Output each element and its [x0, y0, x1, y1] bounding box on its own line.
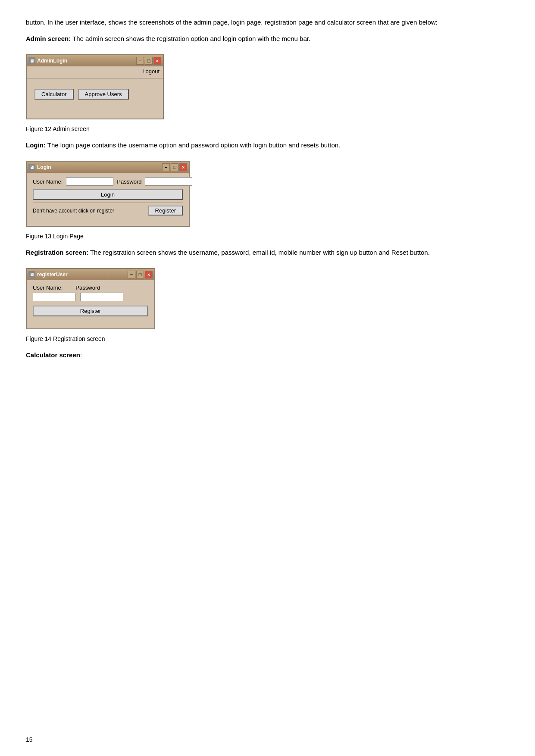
admin-label-bold: Admin screen: — [26, 35, 71, 42]
admin-spacer — [33, 100, 157, 112]
password-input[interactable] — [145, 177, 192, 186]
login-title-bar: 🖥 Login − □ × — [27, 162, 189, 173]
approve-users-button[interactable]: Approve Users — [78, 89, 129, 100]
admin-window: 🖥 AdminLogin − □ × Logout Calculator App… — [26, 54, 164, 119]
logout-menu-item[interactable]: Logout — [142, 68, 160, 75]
login-label-bold: Login: — [26, 141, 46, 149]
no-account-text: Don't have account click on register — [33, 208, 114, 214]
admin-body: Calculator Approve Users — [27, 81, 163, 119]
admin-label-rest: The admin screen shows the registration … — [71, 35, 310, 42]
login-restore-btn[interactable]: □ — [171, 163, 178, 171]
intro-text: button. In the user interface, shows the… — [26, 19, 438, 26]
login-label-rest: The login page contains the username opt… — [46, 141, 341, 149]
admin-win-controls: − □ × — [136, 57, 161, 65]
admin-buttons-row: Calculator Approve Users — [33, 89, 157, 100]
login-description: Login: The login page contains the usern… — [26, 140, 509, 150]
admin-restore-btn[interactable]: □ — [145, 57, 153, 65]
reg-register-button[interactable]: Register — [33, 306, 148, 316]
admin-divider — [27, 78, 163, 78]
register-button[interactable]: Register — [148, 206, 183, 216]
calculator-button[interactable]: Calculator — [34, 89, 74, 100]
reg-label-bold: Registration screen: — [26, 249, 88, 256]
reg-restore-btn[interactable]: □ — [136, 271, 144, 278]
reg-body: User Name: Password Register — [27, 280, 154, 328]
reg-minimize-btn[interactable]: − — [128, 271, 135, 278]
login-divider — [33, 203, 183, 203]
reg-username-input[interactable] — [33, 293, 76, 301]
reg-title-bar: 🖥 registerUser − □ × — [27, 269, 154, 280]
reg-window-wrapper: 🖥 registerUser − □ × User Name: Password… — [26, 268, 155, 329]
username-label: User Name: — [33, 178, 63, 185]
reg-inputs-row — [33, 293, 148, 301]
login-spacer — [33, 216, 183, 220]
reg-win-controls: − □ × — [128, 271, 153, 278]
admin-window-wrapper: 🖥 AdminLogin − □ × Logout Calculator App… — [26, 54, 164, 119]
admin-description: Admin screen: The admin screen shows the… — [26, 34, 509, 44]
calc-label-rest: : — [80, 351, 82, 359]
reg-password-input[interactable] — [80, 293, 123, 301]
reg-title-text: registerUser — [37, 272, 68, 278]
register-row: Don't have account click on register Reg… — [33, 206, 183, 216]
calculator-description: Calculator screen: — [26, 350, 509, 360]
admin-app-icon: 🖥 — [28, 57, 35, 64]
login-figure-caption: Figure 13 Login Page — [26, 233, 509, 240]
admin-title-bar: 🖥 AdminLogin − □ × — [27, 55, 163, 66]
login-app-icon: 🖥 — [28, 164, 35, 171]
reg-username-label: User Name: — [33, 284, 63, 291]
reg-close-btn[interactable]: × — [145, 271, 153, 278]
admin-title-left: 🖥 AdminLogin — [28, 57, 67, 64]
intro-paragraph: button. In the user interface, shows the… — [26, 17, 509, 28]
reg-app-icon: 🖥 — [28, 271, 35, 278]
login-win-controls: − □ × — [162, 163, 187, 171]
reg-window: 🖥 registerUser − □ × User Name: Password… — [26, 268, 155, 329]
login-close-btn[interactable]: × — [179, 163, 187, 171]
calc-label-bold: Calculator screen — [26, 351, 80, 359]
login-window: 🖥 Login − □ × User Name: Password Login … — [26, 161, 190, 227]
login-minimize-btn[interactable]: − — [162, 163, 170, 171]
login-button[interactable]: Login — [33, 189, 183, 200]
admin-figure-caption: Figure 12 Admin screen — [26, 125, 509, 132]
login-title-left: 🖥 Login — [28, 164, 51, 171]
admin-title-text: AdminLogin — [37, 58, 67, 64]
username-input[interactable] — [66, 177, 113, 186]
login-title-text: Login — [37, 164, 51, 170]
reg-spacer — [33, 318, 148, 322]
reg-col-labels: User Name: Password — [33, 284, 148, 291]
admin-close-btn[interactable]: × — [153, 57, 161, 65]
reg-figure-caption: Figure 14 Registration screen — [26, 335, 509, 342]
login-body: User Name: Password Login Don't have acc… — [27, 173, 189, 226]
admin-minimize-btn[interactable]: − — [136, 57, 144, 65]
reg-password-label: Password — [75, 284, 100, 291]
password-label: Password — [117, 178, 141, 185]
login-window-wrapper: 🖥 Login − □ × User Name: Password Login … — [26, 161, 190, 227]
reg-title-left: 🖥 registerUser — [28, 271, 68, 278]
reg-label-rest: The registration screen shows the userna… — [88, 249, 430, 256]
login-username-row: User Name: Password — [33, 177, 183, 186]
registration-description: Registration screen: The registration sc… — [26, 247, 509, 258]
admin-menu-bar: Logout — [27, 66, 163, 75]
